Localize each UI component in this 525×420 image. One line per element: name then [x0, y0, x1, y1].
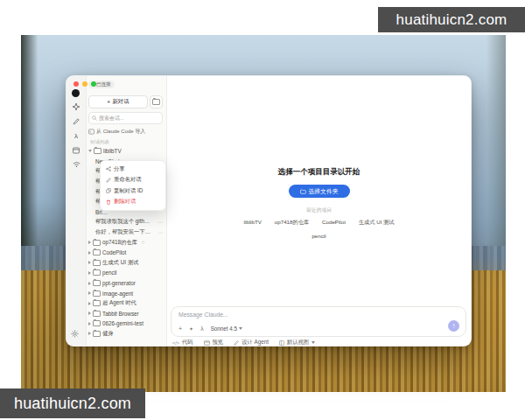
attach-plus-icon[interactable]: + — [178, 326, 182, 332]
model-selector[interactable]: Sonnet 4.5 — [211, 326, 242, 332]
message-composer[interactable]: Message Claude... + ✦ λ Sonnet 4.5 ↑ — [171, 306, 466, 337]
more-options-icon[interactable]: ⋯ — [158, 219, 166, 225]
sidebar-folder-item[interactable]: 超 Agent 时代 — [88, 298, 165, 309]
minimize-window-button[interactable] — [82, 81, 88, 87]
app-logo-icon[interactable] — [72, 89, 80, 97]
watermark-top: huatihuicn2.com — [378, 7, 525, 32]
recent-project-chip[interactable]: 生成式 UI 测试 — [359, 219, 395, 227]
chevron-right-icon — [88, 291, 91, 295]
menu-item-delete[interactable]: 删除对话 — [101, 197, 165, 208]
folder-icon — [93, 331, 101, 337]
browser-window-icon — [204, 340, 210, 346]
new-chat-label: 新对话 — [112, 98, 130, 106]
menu-item-rename[interactable]: 重命名对话 — [101, 175, 165, 186]
menu-item-label: 分享 — [114, 165, 125, 173]
arrow-up-icon: ↑ — [452, 323, 456, 330]
select-folder-button[interactable]: 选择文件夹 — [289, 185, 350, 198]
chevron-down-icon — [88, 150, 92, 152]
sidebar-section-label: 对话列表 — [90, 139, 109, 145]
sidebar-folder-item[interactable]: pencil — [88, 268, 165, 278]
search-input[interactable]: 搜索会话... — [88, 112, 163, 124]
folder-label: 0626-gemini-test — [102, 320, 144, 326]
search-icon — [92, 116, 97, 121]
menu-item-share[interactable]: 分享 — [101, 164, 165, 175]
recent-project-chip[interactable]: pencil — [312, 233, 326, 239]
folder-icon — [93, 270, 101, 276]
pen-icon — [234, 340, 239, 346]
sidebar-folder-item[interactable]: image-agent — [88, 288, 165, 298]
folder-icon — [93, 280, 101, 286]
folder-label: 健身 — [102, 330, 114, 338]
tab-code[interactable]: </> 代码 — [172, 339, 193, 346]
window-traffic-lights — [74, 81, 96, 87]
sidebar-folder-item[interactable]: 0626-gemini-test — [88, 318, 165, 329]
tab-design-agent[interactable]: 设计 Agent — [234, 339, 269, 346]
chevron-right-icon — [88, 241, 91, 244]
sidebar: 已连接 + 新对话 搜索会话... 从 Claude Code 导入 对话列表 — [86, 76, 167, 346]
recent-project-chip[interactable]: liblibTV — [244, 219, 262, 227]
zoom-window-button[interactable] — [91, 81, 96, 87]
folder-icon — [93, 290, 101, 297]
chevron-right-icon — [88, 271, 91, 275]
lambda-icon[interactable]: λ — [200, 326, 204, 332]
sidebar-folder-item[interactable]: 健身 — [88, 329, 165, 340]
pen-icon[interactable] — [66, 118, 86, 125]
folder-label: ppt-generator — [102, 280, 136, 286]
import-claude-code-item[interactable]: 从 Claude Code 导入 — [88, 127, 164, 136]
folder-icon — [93, 260, 101, 266]
folder-icon — [93, 300, 101, 306]
sidebar-folder-item[interactable]: CodePilot — [88, 248, 165, 258]
view-tabs: </> 代码 预览 设计 Agent 默认视图 — [172, 339, 315, 346]
sparkle-icon[interactable] — [66, 103, 86, 110]
panel-icon[interactable] — [66, 147, 86, 154]
app-window: λ 已连接 + 新对话 — [66, 75, 472, 346]
folder-label: CodePilot — [102, 249, 126, 256]
icon-rail: λ — [66, 76, 87, 346]
tab-design-agent-label: 设计 Agent — [242, 339, 269, 346]
sidebar-folder-item[interactable]: Tabbit Browser — [88, 309, 165, 319]
sidebar-folder-item[interactable]: ppt-generator — [88, 278, 165, 289]
chevron-right-icon — [88, 322, 91, 326]
terminal-icon — [88, 129, 94, 135]
folder-icon — [93, 320, 101, 326]
folder-label: 超 Agent 时代 — [102, 299, 136, 307]
folder-label: pencil — [102, 270, 116, 276]
sidebar-folder-item[interactable]: op7418的仓库☆ — [88, 237, 165, 248]
close-window-button[interactable] — [74, 81, 79, 87]
chat-item[interactable]: 你好，帮我安装一下…⋯ — [88, 228, 165, 238]
lambda-icon[interactable]: λ — [66, 132, 86, 140]
chat-item[interactable]: 帮我读取我这个 gith…⋯ — [88, 217, 165, 228]
default-view-selector[interactable]: 默认视图 — [279, 339, 315, 346]
share-icon — [106, 166, 111, 172]
folder-icon — [152, 99, 160, 105]
folder-icon — [300, 189, 306, 194]
recent-project-chip[interactable]: op7418的仓库 — [275, 219, 309, 227]
recent-project-chip[interactable]: CodePilot — [322, 219, 346, 227]
code-icon: </> — [172, 340, 179, 346]
chevron-right-icon — [88, 312, 91, 315]
watermark-bottom: huatihuicn2.com — [0, 388, 145, 418]
chevron-down-icon — [312, 341, 315, 344]
new-chat-button[interactable]: + 新对话 — [88, 95, 148, 108]
more-options-icon[interactable]: ⋯ — [158, 229, 166, 235]
open-folder-button[interactable] — [150, 95, 163, 108]
sparkle-icon[interactable]: ✦ — [189, 326, 193, 332]
import-label: 从 Claude Code 导入 — [96, 128, 145, 136]
star-icon[interactable]: ☆ — [141, 240, 145, 245]
default-view-label: 默认视图 — [287, 339, 309, 346]
project-folder-label: liblibTV — [103, 148, 122, 154]
sidebar-folder-item[interactable]: 生成式 UI 测试 — [88, 258, 165, 269]
folder-label: op7418的仓库 — [102, 239, 137, 247]
menu-item-label: 重命名对话 — [114, 176, 141, 184]
wifi-icon[interactable] — [66, 161, 86, 168]
send-button[interactable]: ↑ — [448, 320, 459, 332]
chevron-right-icon — [88, 251, 91, 255]
tab-preview[interactable]: 预览 — [204, 339, 224, 346]
settings-gear-icon[interactable] — [71, 330, 79, 339]
folder-icon — [93, 249, 101, 256]
menu-item-copy-id[interactable]: 复制对话 ID — [101, 186, 165, 197]
empty-state: 选择一个项目目录以开始 选择文件夹 最近的项目 liblibTV op7418的… — [167, 167, 471, 239]
menu-item-label: 删除对话 — [114, 198, 136, 206]
composer-placeholder: Message Claude... — [178, 312, 228, 318]
sidebar-project-folder[interactable]: liblibTV — [88, 146, 165, 157]
